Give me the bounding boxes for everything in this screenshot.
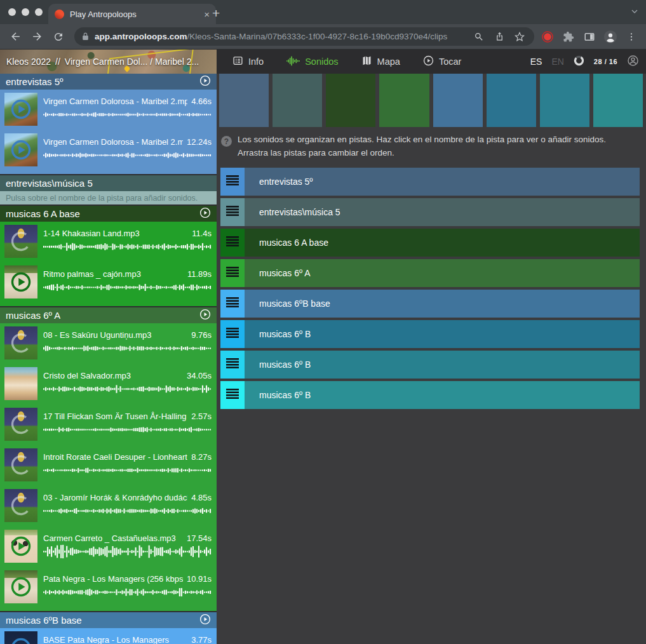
clip-thumbnail[interactable] bbox=[4, 408, 37, 441]
clip-play-icon[interactable] bbox=[10, 271, 32, 293]
window-controls[interactable] bbox=[8, 8, 43, 16]
clip-thumbnail[interactable] bbox=[4, 530, 37, 563]
recording-extension-icon[interactable] bbox=[540, 29, 555, 44]
clip-item[interactable]: Ritmo palmas _ cajón.mp311.89s bbox=[0, 262, 217, 302]
track-section-header[interactable]: musicas 6 A base bbox=[0, 206, 217, 222]
track-color-swatch[interactable] bbox=[487, 74, 536, 127]
track-row[interactable]: musicas 6º A bbox=[220, 259, 640, 287]
window-zoom-button[interactable] bbox=[35, 8, 43, 16]
track-row[interactable]: musicas 6º B bbox=[220, 351, 640, 379]
track-drag-handle[interactable] bbox=[220, 229, 245, 257]
section-play-button[interactable] bbox=[199, 75, 211, 88]
track-label[interactable]: musicas 6º A bbox=[245, 259, 640, 287]
track-section-name[interactable]: entrevistas\música 5 bbox=[6, 178, 93, 189]
clip-item[interactable]: 03 - Jaromír Horák & Konrádyho dudácká .… bbox=[0, 486, 217, 525]
track-section-name[interactable]: entrevistas 5º bbox=[6, 76, 64, 87]
track-row[interactable]: entrevistas 5º bbox=[220, 168, 640, 196]
nav-item-info[interactable]: Info bbox=[232, 55, 264, 68]
track-color-swatch[interactable] bbox=[379, 74, 429, 127]
clip-thumbnail[interactable] bbox=[4, 448, 37, 481]
track-row[interactable]: musicas 6º B bbox=[220, 320, 640, 348]
track-drag-handle[interactable] bbox=[220, 381, 245, 409]
track-drag-handle[interactable] bbox=[220, 290, 245, 318]
clip-play-icon[interactable] bbox=[10, 139, 32, 161]
account-icon[interactable] bbox=[627, 55, 639, 69]
clip-thumbnail[interactable] bbox=[4, 631, 37, 644]
clip-thumbnail[interactable] bbox=[4, 570, 37, 603]
track-label[interactable]: musicas 6º B bbox=[245, 320, 640, 348]
clip-item[interactable]: Virgen Carmen Dolorosa - Maribel 2.mp312… bbox=[0, 130, 217, 170]
section-play-button[interactable] bbox=[199, 207, 211, 220]
reload-button[interactable] bbox=[49, 27, 68, 46]
track-section-name[interactable]: musicas 6 A base bbox=[6, 208, 80, 219]
track-row[interactable]: entrevistas\música 5 bbox=[220, 198, 640, 226]
tab-close-icon[interactable]: × bbox=[204, 9, 210, 20]
tab-search-chevron-icon[interactable] bbox=[629, 6, 640, 19]
track-drag-handle[interactable] bbox=[220, 168, 245, 196]
track-color-swatch[interactable] bbox=[593, 74, 643, 127]
clip-item[interactable]: Cristo del Salvador.mp334.05s bbox=[0, 364, 217, 403]
new-tab-button[interactable]: + bbox=[212, 5, 220, 22]
window-minimize-button[interactable] bbox=[22, 8, 29, 16]
track-color-swatch[interactable] bbox=[540, 74, 589, 127]
clip-thumbnail[interactable] bbox=[4, 133, 37, 166]
clip-item[interactable]: 08 - Es Sakūru Uguntiņu.mp39.76s bbox=[0, 323, 217, 363]
clip-play-icon[interactable] bbox=[10, 576, 32, 598]
clip-play-icon[interactable] bbox=[10, 637, 32, 644]
section-play-button[interactable] bbox=[199, 614, 211, 627]
breadcrumb-project[interactable]: Kleos 2022 bbox=[6, 57, 51, 67]
track-drag-handle[interactable] bbox=[220, 198, 245, 226]
breadcrumb[interactable]: Kleos 2022 // Virgen Carmen Dol... / Mar… bbox=[0, 50, 217, 74]
clip-thumbnail[interactable] bbox=[4, 225, 37, 258]
clip-item[interactable]: Carmen Carreto _ Castañuelas.mp317.54s bbox=[0, 527, 217, 566]
clip-thumbnail[interactable] bbox=[4, 93, 37, 126]
track-row[interactable]: musicas 6º B bbox=[220, 381, 640, 409]
track-drag-handle[interactable] bbox=[220, 351, 245, 379]
window-close-button[interactable] bbox=[8, 8, 16, 16]
track-section-header[interactable]: entrevistas\música 5 bbox=[0, 175, 217, 191]
profile-avatar[interactable] bbox=[603, 29, 618, 44]
track-label[interactable]: musicas 6 A base bbox=[245, 229, 640, 257]
forward-button[interactable] bbox=[27, 27, 46, 46]
clip-thumbnail[interactable] bbox=[4, 367, 37, 400]
track-section-name[interactable]: musicas 6º A bbox=[6, 310, 60, 321]
track-section-header[interactable]: entrevistas 5º bbox=[0, 74, 217, 90]
track-color-swatch[interactable] bbox=[326, 74, 375, 127]
zoom-page-icon[interactable] bbox=[471, 29, 487, 44]
track-section-header[interactable]: musicas 6º A bbox=[0, 307, 217, 323]
track-row[interactable]: musicas 6ºB base bbox=[220, 290, 640, 318]
extensions-puzzle-icon[interactable] bbox=[561, 29, 576, 44]
browser-tab[interactable]: Play Antropoloops × bbox=[48, 4, 216, 24]
track-label[interactable]: entrevistas 5º bbox=[245, 168, 640, 196]
nav-item-sonidos[interactable]: Sonidos bbox=[286, 56, 338, 68]
lang-en-button[interactable]: EN bbox=[551, 57, 563, 67]
clip-item[interactable]: 17 Till Flickan Som Är Tusen År-Halling … bbox=[0, 405, 217, 444]
back-button[interactable] bbox=[6, 27, 25, 46]
address-bar[interactable]: app.antropoloops.com/Kleos-Santa-Marina/… bbox=[74, 27, 534, 46]
clip-item[interactable]: Pata Negra - Los Managers (256 kbps).mp3… bbox=[0, 567, 217, 607]
track-section-name[interactable]: musicas 6ºB base bbox=[6, 615, 82, 626]
track-drag-handle[interactable] bbox=[220, 320, 245, 348]
share-icon[interactable] bbox=[492, 29, 507, 44]
breadcrumb-path[interactable]: Virgen Carmen Dol... / Maribel 2... bbox=[65, 57, 199, 67]
clip-item[interactable]: 1-14 Khakasian Land.mp311.4s bbox=[0, 222, 217, 261]
track-label[interactable]: musicas 6º B bbox=[245, 381, 640, 409]
clip-thumbnail[interactable] bbox=[4, 489, 37, 522]
track-drag-handle[interactable] bbox=[220, 259, 245, 287]
track-color-swatch[interactable] bbox=[433, 74, 483, 127]
clip-play-icon[interactable] bbox=[10, 98, 32, 120]
clip-item[interactable]: BASE Pata Negra - Los Managers3.77s bbox=[0, 628, 217, 644]
track-color-swatch[interactable] bbox=[273, 74, 322, 127]
clip-thumbnail[interactable] bbox=[4, 326, 37, 359]
track-label[interactable]: musicas 6º B bbox=[245, 351, 640, 379]
lang-es-button[interactable]: ES bbox=[530, 57, 542, 67]
clip-play-icon[interactable] bbox=[10, 535, 32, 557]
bookmark-star-icon[interactable] bbox=[512, 29, 527, 44]
clip-thumbnail[interactable] bbox=[4, 265, 37, 299]
section-play-button[interactable] bbox=[199, 309, 211, 322]
track-label[interactable]: musicas 6ºB base bbox=[245, 290, 640, 318]
track-color-swatch[interactable] bbox=[219, 74, 269, 127]
browser-menu-icon[interactable] bbox=[624, 29, 639, 44]
clip-item[interactable]: Virgen Carmen Dolorosa - Maribel 2.mp34.… bbox=[0, 90, 217, 129]
track-label[interactable]: entrevistas\música 5 bbox=[245, 198, 640, 226]
